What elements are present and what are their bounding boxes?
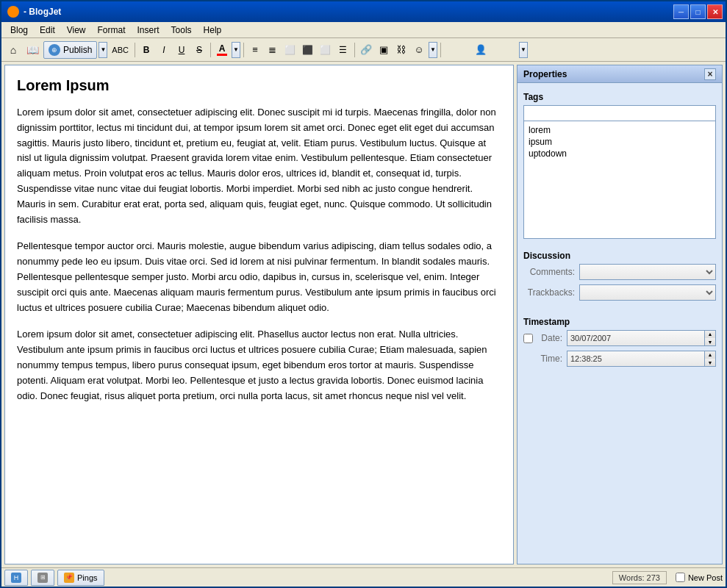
toolbar-book-button[interactable]: 📖 (24, 41, 42, 59)
align-left-button[interactable]: ⬜ (282, 42, 298, 58)
align-justify-button[interactable]: ☰ (335, 42, 351, 58)
main-area: Lorem Ipsum Lorem ipsum dolor sit amet, … (1, 62, 726, 567)
menu-view[interactable]: View (61, 24, 92, 37)
timestamp-section-label: Timestamp (523, 317, 716, 327)
underline-button[interactable]: U (173, 42, 190, 58)
date-spinner: ▲ ▼ (704, 330, 715, 346)
tags-section-label: Tags (523, 92, 716, 102)
menu-blog[interactable]: Blog (4, 24, 34, 37)
italic-icon: I (162, 45, 165, 55)
comments-label: Comments: (523, 267, 575, 277)
date-down-button[interactable]: ▼ (705, 338, 715, 346)
align-right-button[interactable]: ⬜ (318, 42, 334, 58)
tag-item-lorem[interactable]: lorem (527, 124, 712, 136)
publish-button[interactable]: ⊕ Publish (43, 41, 97, 59)
link-icon: 🔗 (360, 44, 372, 55)
tag-item-uptodown[interactable]: uptodown (527, 148, 712, 159)
properties-panel: Properties × Tags lorem ipsum uptodown D… (517, 65, 723, 564)
align-justify-icon: ☰ (339, 45, 347, 55)
align-right-icon: ⬜ (320, 45, 331, 55)
window-title: - BlogJet (24, 7, 61, 17)
title-bar: ● - BlogJet ─ □ ✕ (1, 1, 726, 22)
align-center-button[interactable]: ⬛ (300, 42, 316, 58)
account-button[interactable]: 👤 (444, 42, 518, 58)
time-down-button[interactable]: ▼ (705, 359, 715, 367)
status-right: Words: 273 New Post (612, 571, 723, 584)
image-button[interactable]: ▣ (376, 42, 392, 58)
trackbacks-row: Trackbacks: (523, 284, 716, 301)
unordered-list-button[interactable]: ≡ (247, 42, 263, 58)
tags-list: lorem ipsum uptodown (523, 121, 716, 239)
close-button[interactable]: ✕ (707, 4, 723, 19)
smiley-dropdown-arrow[interactable]: ▼ (429, 42, 437, 58)
unlink-button[interactable]: ⛓ (393, 42, 409, 58)
separator-1 (135, 43, 135, 57)
word-count: Words: 273 (612, 571, 667, 584)
editor-area: Lorem Ipsum Lorem ipsum dolor sit amet, … (4, 65, 514, 564)
publish-dropdown-arrow[interactable]: ▼ (99, 42, 107, 58)
menu-format[interactable]: Format (92, 24, 132, 37)
color-dropdown-arrow[interactable]: ▼ (232, 42, 240, 58)
discussion-section-label: Discussion (523, 251, 716, 261)
separator-4 (354, 43, 355, 57)
menu-bar: Blog Edit View Format Insert Tools Help (1, 22, 726, 38)
date-up-button[interactable]: ▲ (705, 330, 715, 338)
underline-icon: U (179, 45, 185, 55)
spell-check-button[interactable]: ABC (109, 41, 132, 59)
smiley-button[interactable]: ☺ (411, 42, 427, 58)
status-tab-2[interactable]: ⊞ (31, 570, 54, 586)
close-icon: ✕ (712, 8, 718, 16)
text-color-icon: A (219, 43, 226, 54)
maximize-button[interactable]: □ (690, 4, 706, 19)
discussion-section: Discussion Comments: Trackbacks: (523, 251, 716, 305)
window-controls: ─ □ ✕ (673, 4, 723, 19)
status-tab-2-icon: ⊞ (37, 573, 48, 583)
menu-insert[interactable]: Insert (132, 24, 165, 37)
account-dropdown-arrow[interactable]: ▼ (519, 42, 528, 58)
status-bar: H ⊞ 📌 Pings Words: 273 New Post (1, 567, 726, 587)
bold-button[interactable]: B (138, 42, 154, 58)
time-spinner: ▲ ▼ (704, 351, 715, 367)
editor-title: Lorem Ipsum (17, 74, 501, 96)
editor-paragraph-3: Lorem ipsum dolor sit amet, consectetuer… (17, 327, 501, 404)
strikethrough-button[interactable]: S (191, 42, 207, 58)
menu-help[interactable]: Help (198, 24, 228, 37)
menu-edit[interactable]: Edit (34, 24, 61, 37)
tag-item-ipsum[interactable]: ipsum (527, 136, 712, 148)
title-bar-left: ● - BlogJet (7, 6, 61, 18)
status-tab-1[interactable]: H (4, 570, 28, 586)
italic-button[interactable]: I (156, 42, 172, 58)
align-center-icon: ⬛ (302, 45, 313, 55)
trackbacks-select[interactable] (579, 284, 716, 301)
comments-select[interactable] (579, 264, 716, 280)
menu-tools[interactable]: Tools (165, 24, 198, 37)
time-up-button[interactable]: ▲ (705, 351, 715, 359)
main-window: ● - BlogJet ─ □ ✕ Blog Edit View Format … (0, 0, 727, 588)
account-icon: 👤 (475, 44, 487, 55)
image-icon: ▣ (379, 44, 388, 55)
pings-tab[interactable]: 📌 Pings (57, 570, 104, 586)
link-button[interactable]: 🔗 (358, 42, 374, 58)
unordered-list-icon: ≡ (252, 44, 258, 55)
editor-paragraph-1: Lorem ipsum dolor sit amet, consectetuer… (17, 105, 501, 227)
tags-input[interactable] (523, 105, 716, 121)
time-label: Time: (537, 354, 562, 364)
toolbar-home-button[interactable]: ⌂ (4, 41, 22, 59)
minimize-button[interactable]: ─ (673, 4, 689, 19)
publish-icon: ⊕ (49, 44, 60, 56)
ordered-list-button[interactable]: ≣ (265, 42, 281, 58)
editor-content[interactable]: Lorem Ipsum Lorem ipsum dolor sit amet, … (5, 65, 513, 564)
text-color-button[interactable]: A (214, 42, 230, 58)
separator-5 (440, 43, 441, 57)
time-field: 12:38:25 ▲ ▼ (567, 351, 716, 367)
pings-label: Pings (77, 573, 98, 582)
date-row: Date: 30/07/2007 ▲ ▼ (523, 330, 716, 346)
date-checkbox[interactable] (523, 334, 533, 343)
bold-icon: B (143, 45, 150, 55)
status-tab-1-icon: H (11, 573, 21, 583)
timestamp-section: Timestamp Date: 30/07/2007 ▲ ▼ (523, 317, 716, 371)
properties-close-button[interactable]: × (704, 68, 716, 80)
minimize-icon: ─ (678, 8, 684, 16)
new-post-checkbox[interactable] (676, 573, 685, 582)
comments-row: Comments: (523, 264, 716, 280)
